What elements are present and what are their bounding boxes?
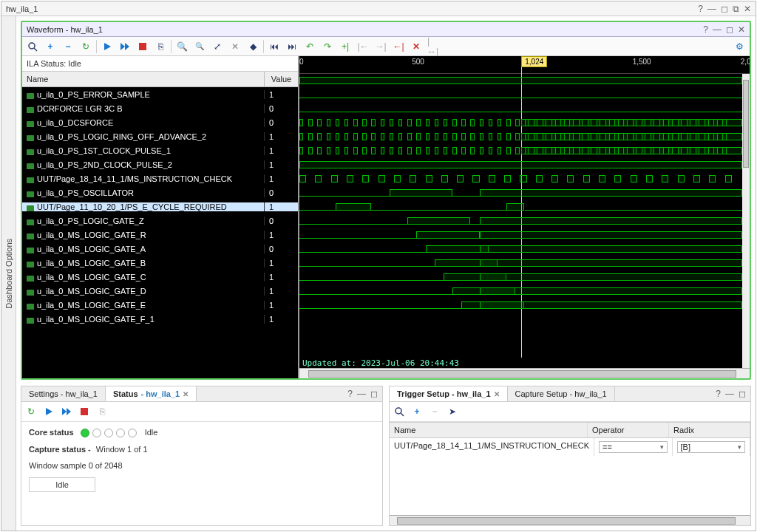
signal-value: 1 xyxy=(265,146,298,155)
fast-forward-button[interactable] xyxy=(118,39,132,54)
signal-row[interactable]: u_ila_0_MS_LOGIC_GATE_B1 xyxy=(22,256,298,270)
col-name-header[interactable]: Name xyxy=(22,72,265,86)
restore-icon[interactable]: ⧉ xyxy=(733,4,739,14)
signal-row[interactable]: u_ila_0_MS_LOGIC_GATE_F_11 xyxy=(22,312,298,326)
trig-hscroll[interactable] xyxy=(390,515,750,525)
signal-row[interactable]: u_ila_0_PS_OSCILLATOR0 xyxy=(22,185,298,200)
signal-value: 1 xyxy=(265,273,298,282)
skip-last-button[interactable]: ⏭ xyxy=(285,39,299,54)
prev-tr-button[interactable]: |← xyxy=(356,39,370,54)
idle-box: Idle xyxy=(29,477,95,492)
panel-max-icon[interactable]: ◻ xyxy=(739,389,746,399)
signal-row[interactable]: u_ila_0_PS_LOGIC_RING_OFF_ADVANCE_21 xyxy=(22,129,298,143)
waveform-view[interactable]: 05001,0001,5002,0 1,024 Updated at: 2023… xyxy=(299,56,750,378)
trig-gate-button[interactable]: ➤ xyxy=(445,404,460,419)
zoom-in-button[interactable]: 🔍 xyxy=(174,39,189,54)
close-icon[interactable]: ✕ xyxy=(183,390,189,398)
export-button[interactable]: ⎘ xyxy=(153,39,168,54)
capture-status-value: Window 1 of 1 xyxy=(96,445,148,454)
wf-help-icon[interactable]: ? xyxy=(703,24,708,35)
settings-gear-button[interactable]: ⚙ xyxy=(732,39,747,54)
marker-button[interactable]: ◆ xyxy=(245,39,260,54)
minimize-icon[interactable]: — xyxy=(707,4,716,14)
panel-max-icon[interactable]: ◻ xyxy=(370,389,378,399)
close-icon[interactable]: ✕ xyxy=(744,4,751,14)
wf-close-icon[interactable]: ✕ xyxy=(738,24,745,35)
signal-row[interactable]: u_ila_0_PS_2ND_CLOCK_PULSE_21 xyxy=(22,157,298,171)
status-link-button[interactable]: ⎘ xyxy=(95,404,109,419)
signal-value: 1 xyxy=(265,132,298,141)
next-tr-button[interactable]: →| xyxy=(373,39,388,54)
signal-row[interactable]: u_ila_0_PS_ERROR_SAMPLE1 xyxy=(22,87,298,101)
add-marker-button[interactable]: +| xyxy=(338,39,353,54)
trig-row-name[interactable]: UUT/Page_18_14_11_1/MS_INSTRUCTION_CHECK xyxy=(390,438,594,456)
zoom-fit-button[interactable]: ⤢ xyxy=(210,39,225,54)
status-play-button[interactable] xyxy=(41,404,56,419)
signal-row[interactable]: u_ila_0_DCSFORCE0 xyxy=(22,115,298,129)
trig-col-radix[interactable]: Radix xyxy=(669,423,750,437)
wave-hscroll[interactable] xyxy=(299,368,750,378)
refresh-button[interactable]: ↻ xyxy=(78,39,93,54)
signal-row[interactable]: u_ila_0_MS_LOGIC_GATE_C1 xyxy=(22,270,298,284)
panel-min-icon[interactable]: — xyxy=(725,389,734,399)
skip-first-button[interactable]: ⏮ xyxy=(267,39,282,54)
signal-name: u_ila_0_MS_LOGIC_GATE_F_1 xyxy=(22,315,265,324)
wf-min-icon[interactable]: — xyxy=(713,24,722,35)
dashboard-options-tab[interactable]: Dashboard Options xyxy=(1,16,16,531)
chevron-down-icon: ▾ xyxy=(660,443,664,451)
trig-add-button[interactable]: + xyxy=(410,404,424,419)
svg-marker-7 xyxy=(62,408,67,415)
trig-col-name[interactable]: Name xyxy=(390,423,588,437)
signal-value: 1 xyxy=(265,202,298,211)
help-icon[interactable]: ? xyxy=(698,4,703,14)
search-button[interactable] xyxy=(25,39,40,54)
col-value-header[interactable]: Value xyxy=(265,72,298,86)
tab-settings[interactable]: Settings - hw_ila_1 xyxy=(21,386,106,401)
ila-status: ILA Status: Idle xyxy=(22,56,298,72)
prev-trig-button[interactable]: ←| xyxy=(391,39,406,54)
status-refresh-button[interactable]: ↻ xyxy=(24,404,38,419)
remove-button[interactable]: − xyxy=(61,39,75,54)
next-edge-button[interactable]: ↷ xyxy=(320,39,335,54)
trig-col-operator[interactable]: Operator xyxy=(588,423,669,437)
signal-row[interactable]: DCRFORCE LGR 3C B0 xyxy=(22,101,298,115)
panel-min-icon[interactable]: — xyxy=(357,389,366,399)
trig-search-button[interactable] xyxy=(392,404,407,419)
measure-button[interactable]: ✕ xyxy=(228,39,242,54)
svg-marker-3 xyxy=(120,43,125,50)
signal-row[interactable]: u_ila_0_MS_LOGIC_GATE_R1 xyxy=(22,228,298,242)
delete-marker-button[interactable]: ✕ xyxy=(409,39,424,54)
panel-help-icon[interactable]: ? xyxy=(347,389,353,399)
signal-row[interactable]: u_ila_0_PS_1ST_CLOCK_PULSE_11 xyxy=(22,143,298,157)
signal-row[interactable]: UUT/Page_18_14_11_1/MS_INSTRUCTION_CHECK… xyxy=(22,171,298,185)
trig-operator-select[interactable]: ==▾ xyxy=(599,441,667,453)
cursor-label[interactable]: 1,024 xyxy=(521,56,547,67)
signal-row[interactable]: u_ila_0_MS_LOGIC_GATE_A0 xyxy=(22,242,298,256)
status-stop-button[interactable] xyxy=(77,404,92,419)
panel-help-icon[interactable]: ? xyxy=(716,389,721,399)
tab-status[interactable]: Status - hw_ila_1 ✕ xyxy=(106,386,197,401)
add-button[interactable]: + xyxy=(43,39,58,54)
maximize-icon[interactable]: ◻ xyxy=(721,4,728,14)
trig-remove-button[interactable]: − xyxy=(427,404,442,419)
signal-row[interactable]: UUT/Page_11_10_20_1/PS_E_CYCLE_REQUIRED1 xyxy=(22,200,298,214)
outer-titlebar: hw_ila_1 ? — ◻ ⧉ ✕ xyxy=(1,1,756,16)
signal-name: u_ila_0_MS_LOGIC_GATE_E xyxy=(22,301,265,310)
wf-max-icon[interactable]: ◻ xyxy=(726,24,733,35)
swap-button[interactable]: |↔| xyxy=(427,39,441,54)
signal-name: u_ila_0_PS_2ND_CLOCK_PULSE_2 xyxy=(22,160,265,169)
trig-radix-select[interactable]: [B]▾ xyxy=(677,441,745,453)
stop-button[interactable] xyxy=(135,39,150,54)
signal-row[interactable]: u_ila_0_MS_LOGIC_GATE_E1 xyxy=(22,298,298,312)
close-icon[interactable]: ✕ xyxy=(494,390,500,398)
signal-row[interactable]: u_ila_0_MS_LOGIC_GATE_D1 xyxy=(22,284,298,298)
prev-edge-button[interactable]: ↶ xyxy=(302,39,317,54)
wave-vscroll[interactable] xyxy=(742,74,750,368)
signal-row[interactable]: u_ila_0_PS_LOGIC_GATE_Z0 xyxy=(22,214,298,228)
signal-name: u_ila_0_PS_LOGIC_GATE_Z xyxy=(22,216,265,225)
tab-trigger-setup[interactable]: Trigger Setup - hw_ila_1 ✕ xyxy=(390,386,508,401)
zoom-out-button[interactable]: 🔍 xyxy=(192,39,207,54)
status-ff-button[interactable] xyxy=(59,404,74,419)
tab-capture-setup[interactable]: Capture Setup - hw_ila_1 xyxy=(508,386,615,401)
play-button[interactable] xyxy=(100,39,115,54)
